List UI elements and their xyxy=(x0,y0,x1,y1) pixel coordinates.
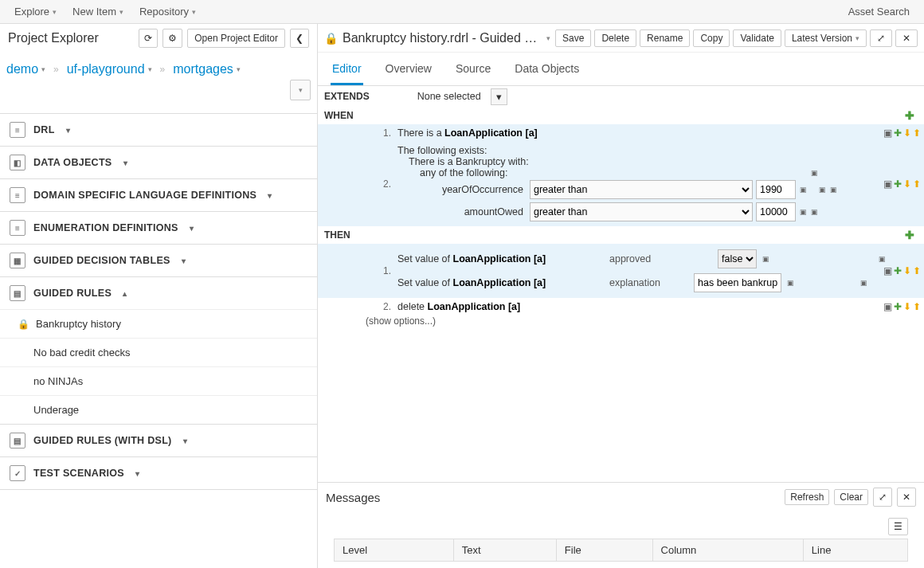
accordion-guided-rules-dsl[interactable]: ▤GUIDED RULES (WITH DSL)▾ xyxy=(0,425,317,456)
action-value-select[interactable]: false xyxy=(718,249,757,268)
refresh-button[interactable]: ⟳ xyxy=(139,29,158,48)
edit-icon[interactable]: ▣ xyxy=(810,208,818,216)
messages-refresh-button[interactable]: Refresh xyxy=(785,489,829,505)
action-value-input[interactable] xyxy=(694,273,781,292)
messages-close-button[interactable]: ✕ xyxy=(897,488,916,507)
add-then-button[interactable]: ✚ xyxy=(905,229,914,241)
edit-icon[interactable]: ▣ xyxy=(818,186,826,194)
move-up-icon[interactable]: ⬆ xyxy=(913,265,921,276)
lock-icon: 🔒 xyxy=(324,32,338,45)
caret-down-icon: ▾ xyxy=(119,8,123,16)
file-underage[interactable]: Underage xyxy=(0,395,317,424)
composite-text[interactable]: any of the following: xyxy=(420,167,508,178)
action-text[interactable]: Set value of LoanApplication [a] xyxy=(397,253,605,264)
operator-select[interactable]: greater than xyxy=(530,180,753,199)
add-icon[interactable]: ✚ xyxy=(894,178,902,190)
col-level[interactable]: Level xyxy=(335,539,454,562)
add-icon[interactable]: ✚ xyxy=(894,301,902,312)
accordion-dsl-definitions[interactable]: ≡DOMAIN SPECIFIC LANGUAGE DEFINITIONS▾ xyxy=(0,179,317,211)
file-no-bad-credit-checks[interactable]: No bad credit checks xyxy=(0,338,317,366)
messages-columns-button[interactable]: ☰ xyxy=(888,518,908,535)
delete-button[interactable]: Delete xyxy=(594,29,636,47)
version-dropdown[interactable]: Latest Version ▾ xyxy=(785,29,867,47)
accordion-guided-rules[interactable]: ▤GUIDED RULES▴ xyxy=(0,277,317,309)
save-button[interactable]: Save xyxy=(555,29,591,47)
delete-icon[interactable]: ▣ xyxy=(883,127,892,139)
lock-icon: 🔒 xyxy=(18,319,29,330)
edit-icon[interactable]: ▣ xyxy=(878,255,886,263)
pattern-text[interactable]: There is a Bankruptcy with: xyxy=(397,156,889,167)
messages-maximize-button[interactable]: ⤢ xyxy=(873,488,892,507)
pattern-text[interactable]: There is a LoanApplication [a] xyxy=(397,127,538,139)
collapse-left-button[interactable]: ❮ xyxy=(290,29,309,48)
edit-icon[interactable]: ▣ xyxy=(799,208,807,216)
asset-search-link[interactable]: Asset Search xyxy=(840,1,918,22)
edit-icon[interactable]: ▣ xyxy=(811,169,819,177)
file-no-ninjas[interactable]: no NINJAs xyxy=(0,366,317,395)
extends-dropdown[interactable]: ▾ xyxy=(491,88,507,105)
edit-icon[interactable]: ▣ xyxy=(786,279,794,287)
move-down-icon[interactable]: ⬇ xyxy=(903,127,911,139)
tab-overview[interactable]: Overview xyxy=(384,59,433,85)
validate-button[interactable]: Validate xyxy=(733,29,781,47)
edit-icon[interactable]: ▣ xyxy=(829,186,837,194)
accordion-drl[interactable]: ≡DRL▾ xyxy=(0,114,317,146)
edit-icon[interactable]: ▣ xyxy=(762,255,769,263)
tab-data-objects[interactable]: Data Objects xyxy=(513,59,581,85)
edit-icon[interactable]: ▣ xyxy=(859,279,867,287)
title-dropdown[interactable]: ▾ xyxy=(546,34,550,42)
caret-down-icon: ▾ xyxy=(182,257,186,265)
open-project-editor-button[interactable]: Open Project Editor xyxy=(187,29,285,48)
menu-repository[interactable]: Repository▾ xyxy=(131,1,204,22)
action-field[interactable]: explanation xyxy=(609,277,681,288)
settings-button[interactable]: ⚙ xyxy=(162,29,182,48)
value-input[interactable] xyxy=(756,202,796,221)
move-up-icon[interactable]: ⬆ xyxy=(913,178,921,190)
constraint-field[interactable]: yearOfOccurrence xyxy=(431,184,527,195)
breadcrumb-uf-playground[interactable]: uf-playground ▾ xyxy=(67,62,152,76)
accordion-guided-decision-tables[interactable]: ▦GUIDED DECISION TABLES▾ xyxy=(0,245,317,276)
move-down-icon[interactable]: ⬇ xyxy=(903,265,911,276)
operator-select[interactable]: greater than xyxy=(530,202,753,221)
action-field[interactable]: approved xyxy=(609,253,681,264)
menu-new-item[interactable]: New Item▾ xyxy=(65,1,131,22)
col-column[interactable]: Column xyxy=(652,539,803,562)
breadcrumb-mortgages[interactable]: mortgages ▾ xyxy=(173,62,241,76)
constraint-field[interactable]: amountOwed xyxy=(431,206,527,217)
exists-text[interactable]: The following exists: xyxy=(397,145,889,156)
table-icon: ▦ xyxy=(10,253,25,268)
add-icon[interactable]: ✚ xyxy=(894,265,902,276)
messages-clear-button[interactable]: Clear xyxy=(834,489,868,505)
move-down-icon[interactable]: ⬇ xyxy=(903,178,911,190)
menu-explore[interactable]: Explore▾ xyxy=(6,1,65,22)
maximize-button[interactable]: ⤢ xyxy=(870,29,892,47)
add-when-button[interactable]: ✚ xyxy=(905,109,914,122)
breadcrumb-expand-button[interactable]: ▾ xyxy=(290,80,311,100)
delete-icon[interactable]: ▣ xyxy=(883,301,892,312)
add-icon[interactable]: ✚ xyxy=(894,127,902,139)
value-input[interactable] xyxy=(756,180,796,199)
col-text[interactable]: Text xyxy=(453,539,556,562)
tab-source[interactable]: Source xyxy=(454,59,492,85)
action-text[interactable]: Set value of LoanApplication [a] xyxy=(397,277,605,288)
move-down-icon[interactable]: ⬇ xyxy=(903,301,911,312)
breadcrumb-demo[interactable]: demo ▾ xyxy=(6,62,45,76)
delete-icon[interactable]: ▣ xyxy=(883,265,892,276)
file-bankruptcy-history[interactable]: 🔒Bankruptcy history xyxy=(0,309,317,338)
edit-icon[interactable]: ▣ xyxy=(799,186,807,194)
show-options-link[interactable]: (show options...) xyxy=(318,315,924,327)
delete-action-text[interactable]: delete LoanApplication [a] xyxy=(397,301,520,312)
col-line[interactable]: Line xyxy=(803,539,907,562)
delete-icon[interactable]: ▣ xyxy=(883,178,892,190)
rename-button[interactable]: Rename xyxy=(640,29,690,47)
extends-label: EXTENDS xyxy=(324,88,376,105)
copy-button[interactable]: Copy xyxy=(693,29,730,47)
tab-editor[interactable]: Editor xyxy=(331,59,363,85)
col-file[interactable]: File xyxy=(556,539,652,562)
close-button[interactable]: ✕ xyxy=(895,29,918,47)
accordion-data-objects[interactable]: ◧DATA OBJECTS▾ xyxy=(0,147,317,178)
move-up-icon[interactable]: ⬆ xyxy=(913,301,921,312)
move-up-icon[interactable]: ⬆ xyxy=(913,127,921,139)
accordion-enum-definitions[interactable]: ≡ENUMERATION DEFINITIONS▾ xyxy=(0,212,317,244)
accordion-test-scenarios[interactable]: ✓TEST SCENARIOS▾ xyxy=(0,457,317,489)
